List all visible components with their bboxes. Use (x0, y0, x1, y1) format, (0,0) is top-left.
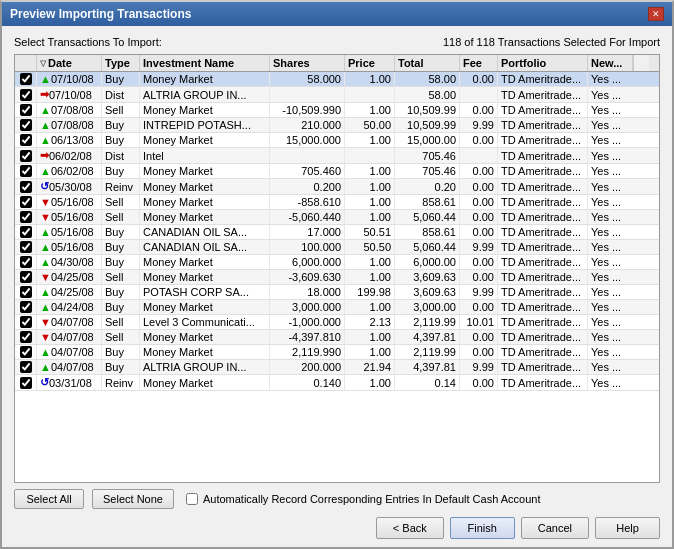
table-row[interactable]: ▼ 05/16/08 Sell Money Market -858.610 1.… (15, 195, 659, 210)
table-row[interactable]: ▼ 04/25/08 Sell Money Market -3,609.630 … (15, 270, 659, 285)
table-row[interactable]: ▼ 04/07/08 Sell Level 3 Communicati... -… (15, 315, 659, 330)
row-checkbox-cell[interactable] (15, 345, 37, 359)
auto-record-checkbox[interactable] (186, 493, 198, 505)
table-row[interactable]: ▼ 05/16/08 Sell Money Market -5,060.440 … (15, 210, 659, 225)
row-checkbox[interactable] (20, 134, 32, 146)
row-checkbox[interactable] (20, 331, 32, 343)
table-body[interactable]: ▲ 07/10/08 Buy Money Market 58.000 1.00 … (15, 72, 659, 482)
row-total: 705.46 (395, 164, 460, 178)
row-checkbox-cell[interactable] (15, 270, 37, 284)
row-checkbox[interactable] (20, 377, 32, 389)
row-checkbox-cell[interactable] (15, 375, 37, 390)
row-new: Yes ... (588, 330, 633, 344)
back-button[interactable]: < Back (376, 517, 444, 539)
table-row[interactable]: ↺ 05/30/08 Reinv Money Market 0.200 1.00… (15, 179, 659, 195)
row-checkbox[interactable] (20, 271, 32, 283)
row-checkbox-cell[interactable] (15, 164, 37, 178)
row-checkbox[interactable] (20, 346, 32, 358)
table-row[interactable]: ➡ 07/10/08 Dist ALTRIA GROUP IN... 58.00… (15, 87, 659, 103)
row-type: Dist (102, 87, 140, 102)
row-checkbox-cell[interactable] (15, 118, 37, 132)
row-checkbox-cell[interactable] (15, 315, 37, 329)
row-shares: 15,000.000 (270, 133, 345, 147)
row-checkbox-cell[interactable] (15, 195, 37, 209)
help-button[interactable]: Help (595, 517, 660, 539)
row-checkbox-cell[interactable] (15, 103, 37, 117)
col-name[interactable]: Investment Name (140, 55, 270, 71)
row-shares: 705.460 (270, 164, 345, 178)
row-price: 1.00 (345, 255, 395, 269)
col-date[interactable]: ▽ Date (37, 55, 102, 71)
row-checkbox-cell[interactable] (15, 133, 37, 147)
row-shares: -4,397.810 (270, 330, 345, 344)
row-checkbox[interactable] (20, 241, 32, 253)
row-investment-name: Level 3 Communicati... (140, 315, 270, 329)
row-checkbox-cell[interactable] (15, 360, 37, 374)
table-row[interactable]: ▼ 04/07/08 Sell Money Market -4,397.810 … (15, 330, 659, 345)
row-checkbox[interactable] (20, 119, 32, 131)
table-row[interactable]: ▲ 06/13/08 Buy Money Market 15,000.000 1… (15, 133, 659, 148)
col-new[interactable]: New... (588, 55, 633, 71)
close-button[interactable]: ✕ (648, 7, 664, 21)
row-checkbox-cell[interactable] (15, 240, 37, 254)
row-checkbox-cell[interactable] (15, 225, 37, 239)
row-checkbox[interactable] (20, 104, 32, 116)
row-investment-name: Money Market (140, 164, 270, 178)
table-row[interactable]: ▲ 07/08/08 Sell Money Market -10,509.990… (15, 103, 659, 118)
row-checkbox-cell[interactable] (15, 87, 37, 102)
row-checkbox-cell[interactable] (15, 148, 37, 163)
select-none-button[interactable]: Select None (92, 489, 174, 509)
row-checkbox[interactable] (20, 286, 32, 298)
row-new: Yes ... (588, 360, 633, 374)
table-row[interactable]: ▲ 04/30/08 Buy Money Market 6,000.000 1.… (15, 255, 659, 270)
col-portfolio[interactable]: Portfolio (498, 55, 588, 71)
table-row[interactable]: ↺ 03/31/08 Reinv Money Market 0.140 1.00… (15, 375, 659, 391)
row-portfolio: TD Ameritrade... (498, 330, 588, 344)
row-checkbox[interactable] (20, 226, 32, 238)
row-checkbox[interactable] (20, 316, 32, 328)
row-checkbox[interactable] (20, 181, 32, 193)
row-total: 3,000.00 (395, 300, 460, 314)
cancel-button[interactable]: Cancel (521, 517, 589, 539)
table-row[interactable]: ▲ 04/24/08 Buy Money Market 3,000.000 1.… (15, 300, 659, 315)
row-investment-name: Money Market (140, 375, 270, 390)
col-type[interactable]: Type (102, 55, 140, 71)
row-price: 1.00 (345, 210, 395, 224)
col-fee[interactable]: Fee (460, 55, 498, 71)
row-portfolio: TD Ameritrade... (498, 210, 588, 224)
row-checkbox-cell[interactable] (15, 255, 37, 269)
row-checkbox-cell[interactable] (15, 179, 37, 194)
table-row[interactable]: ➡ 06/02/08 Dist Intel 705.46 TD Ameritra… (15, 148, 659, 164)
table-row[interactable]: ▲ 04/25/08 Buy POTASH CORP SA... 18.000 … (15, 285, 659, 300)
row-checkbox[interactable] (20, 361, 32, 373)
table-row[interactable]: ▲ 07/10/08 Buy Money Market 58.000 1.00 … (15, 72, 659, 87)
table-row[interactable]: ▲ 05/16/08 Buy CANADIAN OIL SA... 17.000… (15, 225, 659, 240)
table-row[interactable]: ▲ 06/02/08 Buy Money Market 705.460 1.00… (15, 164, 659, 179)
row-checkbox[interactable] (20, 196, 32, 208)
row-checkbox-cell[interactable] (15, 285, 37, 299)
row-checkbox-cell[interactable] (15, 72, 37, 86)
row-checkbox-cell[interactable] (15, 300, 37, 314)
finish-button[interactable]: Finish (450, 517, 515, 539)
table-row[interactable]: ▲ 04/07/08 Buy Money Market 2,119.990 1.… (15, 345, 659, 360)
transactions-table: ▽ Date Type Investment Name Shares Price… (14, 54, 660, 483)
select-all-button[interactable]: Select All (14, 489, 84, 509)
table-row[interactable]: ▲ 05/16/08 Buy CANADIAN OIL SA... 100.00… (15, 240, 659, 255)
row-checkbox[interactable] (20, 89, 32, 101)
row-checkbox[interactable] (20, 73, 32, 85)
row-checkbox[interactable] (20, 256, 32, 268)
row-checkbox-cell[interactable] (15, 330, 37, 344)
row-checkbox[interactable] (20, 165, 32, 177)
row-total: 15,000.00 (395, 133, 460, 147)
col-price[interactable]: Price (345, 55, 395, 71)
col-shares[interactable]: Shares (270, 55, 345, 71)
row-checkbox-cell[interactable] (15, 210, 37, 224)
table-row[interactable]: ▲ 07/08/08 Buy INTREPID POTASH... 210.00… (15, 118, 659, 133)
row-checkbox[interactable] (20, 211, 32, 223)
row-price: 1.00 (345, 270, 395, 284)
row-checkbox[interactable] (20, 150, 32, 162)
table-row[interactable]: ▲ 04/07/08 Buy ALTRIA GROUP IN... 200.00… (15, 360, 659, 375)
col-total[interactable]: Total (395, 55, 460, 71)
row-checkbox[interactable] (20, 301, 32, 313)
row-price: 50.50 (345, 240, 395, 254)
